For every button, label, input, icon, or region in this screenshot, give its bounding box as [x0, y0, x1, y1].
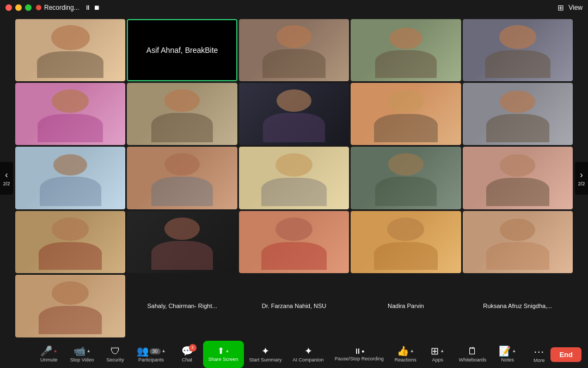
unmute-chevron[interactable]: ▲: [53, 349, 58, 353]
toolbar: 🎤 ▲ Unmute 📹 ▲ Stop Video 🛡 Security 👥 3…: [0, 341, 588, 368]
video-cell-16: [15, 211, 125, 273]
participant-name-sahaly: Sahaly, Chairman- Right...: [145, 301, 219, 310]
pause-recording-label: Pause/Stop Recording: [335, 356, 384, 361]
minimize-button[interactable]: [15, 4, 22, 11]
video-cell-3: [239, 19, 349, 81]
nav-next-button[interactable]: › 2/2: [575, 162, 588, 195]
video-cell-10: [463, 83, 573, 145]
grid-icon: ⊞: [558, 3, 564, 12]
unmute-button[interactable]: 🎤 ▲ Unmute: [33, 341, 65, 368]
chat-badge: 3: [189, 344, 197, 352]
more-icon: ···: [534, 346, 544, 357]
traffic-lights: [5, 4, 32, 11]
shield-icon: 🛡: [111, 346, 120, 356]
video-cell-label-farzana: Dr. Farzana Nahid, NSU: [239, 275, 349, 337]
notes-button[interactable]: 📝 ▲ Notes: [492, 341, 523, 368]
ai-companion-label: AI Companion: [293, 357, 324, 363]
share-icon: ⬆: [217, 347, 224, 355]
share-screen-label: Share Screen: [209, 357, 238, 362]
video-cell-12: [127, 147, 237, 209]
whiteboards-label: Whiteboards: [459, 357, 487, 363]
apps-button[interactable]: ⊞ ▲ Apps: [422, 341, 454, 368]
participants-button[interactable]: 👥 30 ▲ Participants: [131, 341, 171, 368]
security-button[interactable]: 🛡 Security: [100, 341, 131, 368]
apps-label: Apps: [432, 357, 443, 363]
pause-recording-button[interactable]: ⏸▪ Pause/Stop Recording: [329, 341, 389, 368]
video-cell-label-nadira: Nadira Parvin: [351, 275, 461, 337]
end-button[interactable]: End: [550, 347, 581, 362]
pause-record-icon: ⏸▪: [354, 347, 364, 355]
video-cell-6: [15, 83, 125, 145]
people-icon: 👥: [137, 346, 149, 356]
video-cell-7: [127, 83, 237, 145]
participant-count: 30: [150, 348, 161, 354]
participants-chevron[interactable]: ▲: [162, 349, 166, 353]
share-screen-button[interactable]: ⬆ ▲ Share Screen: [203, 341, 244, 368]
share-chevron[interactable]: ▲: [225, 349, 230, 353]
video-cell-13: [239, 147, 349, 209]
ai-companion-button[interactable]: ✦ AI Companion: [287, 341, 329, 368]
chat-label: Chat: [182, 357, 192, 363]
video-cell-17: [127, 211, 237, 273]
recording-dot: [36, 5, 41, 10]
video-cell-9: [351, 83, 461, 145]
stop-icon: ⏹: [94, 4, 100, 11]
fullscreen-button[interactable]: [25, 4, 32, 11]
participant-name-farzana: Dr. Farzana Nahid, NSU: [260, 301, 329, 310]
chat-button[interactable]: 💬 3 Chat: [171, 341, 203, 368]
video-cell-14: [351, 147, 461, 209]
whiteboard-icon: 🗒: [468, 346, 477, 356]
video-cell-label-sahaly: Sahaly, Chairman- Right...: [127, 275, 237, 337]
participant-name-ruksana: Ruksana Afruz Snigdha,...: [481, 301, 554, 310]
reactions-icon: 👍: [397, 346, 409, 356]
left-page-num: 2/2: [3, 181, 10, 186]
participants-label: Participants: [138, 357, 164, 363]
video-chevron[interactable]: ▲: [87, 349, 91, 353]
video-cell-1: [15, 19, 125, 81]
reactions-label: Reactions: [395, 357, 416, 363]
titlebar-right: ⊞ View: [558, 3, 583, 12]
security-label: Security: [106, 357, 124, 363]
stop-video-button[interactable]: 📹 ▲ Stop Video: [65, 341, 100, 368]
close-button[interactable]: [5, 4, 12, 11]
chevron-right-icon: ›: [580, 170, 583, 180]
mic-muted-icon: 🎤: [40, 346, 52, 356]
whiteboards-button[interactable]: 🗒 Whiteboards: [454, 341, 492, 368]
notes-label: Notes: [501, 357, 514, 363]
more-label: More: [534, 358, 545, 363]
video-area: ‹ 2/2 Asif Ahnaf, BreakBite: [0, 15, 588, 341]
video-grid: Asif Ahnaf, BreakBite: [14, 17, 574, 339]
summary-icon: ✦: [261, 346, 270, 356]
notes-chevron[interactable]: ▲: [512, 349, 516, 353]
video-cell-5: [463, 19, 573, 81]
unmute-label: Unmute: [40, 357, 58, 363]
reactions-chevron[interactable]: ▲: [410, 349, 414, 353]
titlebar: Recording... ⏸ ⏹ ⊞ View: [0, 0, 588, 15]
view-label: View: [568, 4, 583, 11]
recording-badge: Recording... ⏸ ⏹: [36, 4, 100, 11]
video-cell-11: [15, 147, 125, 209]
video-cell-18: [239, 211, 349, 273]
camera-icon: 📹: [74, 346, 85, 356]
video-cell-8: [239, 83, 349, 145]
pause-icon: ⏸: [84, 4, 91, 11]
apps-icon: ⊞: [431, 346, 439, 356]
video-cell-active-speaker: Asif Ahnaf, BreakBite: [127, 19, 237, 81]
nav-prev-button[interactable]: ‹ 2/2: [0, 162, 13, 195]
video-cell-15: [463, 147, 573, 209]
stop-video-label: Stop Video: [70, 357, 94, 363]
recording-label: Recording...: [44, 4, 79, 11]
participant-name-nadira: Nadira Parvin: [385, 301, 426, 310]
video-cell-19: [351, 211, 461, 273]
chevron-left-icon: ‹: [5, 170, 8, 180]
ai-icon: ✦: [304, 346, 313, 356]
video-cell-label-ruksana: Ruksana Afruz Snigdha,...: [463, 275, 573, 337]
notes-icon: 📝: [499, 346, 511, 356]
video-cell-20: [463, 211, 573, 273]
reactions-button[interactable]: 👍 ▲ Reactions: [389, 341, 422, 368]
right-page-num: 2/2: [578, 181, 585, 186]
apps-chevron[interactable]: ▲: [440, 349, 444, 353]
active-speaker-name: Asif Ahnaf, BreakBite: [128, 20, 236, 80]
start-summary-label: Start Summary: [249, 357, 282, 363]
start-summary-button[interactable]: ✦ Start Summary: [244, 341, 287, 368]
